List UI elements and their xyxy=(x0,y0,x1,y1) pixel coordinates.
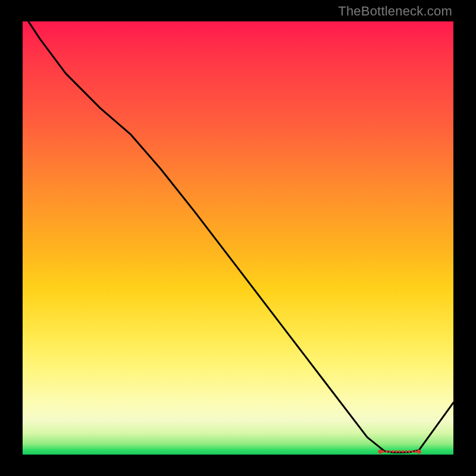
plot-area xyxy=(23,21,453,455)
svg-point-5 xyxy=(395,450,397,453)
svg-point-7 xyxy=(402,450,404,453)
svg-point-3 xyxy=(389,450,391,453)
bottleneck-curve-line xyxy=(23,12,453,452)
svg-point-2 xyxy=(386,450,388,453)
chart-svg xyxy=(23,21,453,455)
svg-point-10 xyxy=(411,450,414,453)
svg-point-6 xyxy=(398,450,400,453)
chart-frame: TheBottleneck.com xyxy=(0,0,476,476)
svg-point-9 xyxy=(408,450,411,453)
svg-point-1 xyxy=(382,450,384,453)
svg-point-0 xyxy=(378,449,382,453)
svg-point-12 xyxy=(417,449,421,453)
attribution-label: TheBottleneck.com xyxy=(338,4,452,19)
svg-point-11 xyxy=(415,450,417,453)
svg-point-8 xyxy=(405,450,407,453)
svg-point-4 xyxy=(392,450,394,453)
